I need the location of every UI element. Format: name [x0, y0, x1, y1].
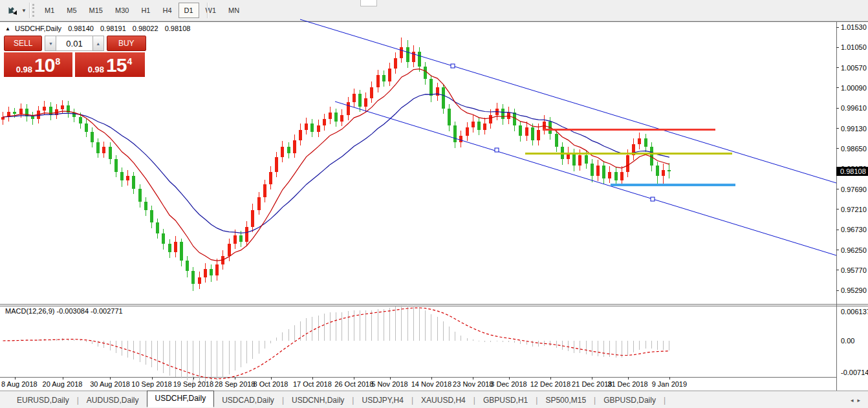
date-axis-tick [312, 377, 313, 380]
price-axis-label: 0.95770 [841, 266, 867, 274]
ohlc-close: 0.98108 [165, 25, 191, 32]
price-axis-tick [836, 250, 839, 250]
date-axis-label: 3 Dec 2018 [490, 380, 526, 388]
price-axis-label: 0.96730 [841, 226, 867, 233]
volume-increase-button[interactable]: ▲ [92, 36, 104, 51]
timeframe-button-mn[interactable]: MN [222, 3, 245, 18]
chart-tab-usdjpy-h4[interactable]: USDJPY,H4 [354, 393, 411, 407]
date-axis-tick [550, 377, 551, 380]
mt4-window: ▼ M1M5M15M30H1H4D1W1MN ▲ USDCHF,Daily 0.… [0, 0, 868, 408]
date-axis-tick [15, 377, 16, 380]
sell-price-base: 0.98 [16, 64, 32, 75]
chart-tab-eurusd-daily[interactable]: EURUSD,Daily [9, 393, 77, 407]
collapse-arrow-icon[interactable]: ▲ [5, 26, 10, 32]
scroll-right-icon[interactable]: ▸ [857, 397, 864, 403]
volume-decrease-button[interactable]: ▼ [45, 36, 56, 51]
symbol-period-label: USDCHF,Daily [15, 25, 61, 32]
buy-price-button[interactable]: 0.98 15 4 [75, 52, 145, 77]
date-axis-tick [390, 377, 391, 380]
chart-tab-gbpusd-daily[interactable]: GBPUSD,Daily [596, 393, 664, 407]
date-axis-tick [592, 377, 592, 380]
chevron-down-icon[interactable]: ▼ [21, 8, 27, 14]
price-axis-label: 0.96250 [841, 246, 867, 254]
price-axis-tick [836, 47, 839, 48]
buy-button[interactable]: BUY [107, 36, 146, 51]
macd-axis-label: 0.006137 [841, 308, 868, 316]
date-axis-tick [152, 377, 153, 380]
macd-axis-label: 0.00 [841, 337, 854, 345]
price-axis-tick [836, 87, 839, 88]
sell-price-button[interactable]: 0.98 10 8 [4, 52, 72, 77]
date-axis-label: 23 Nov 2018 [453, 380, 493, 388]
timeframe-button-h1[interactable]: H1 [135, 3, 156, 18]
volume-input[interactable]: 0.01 [56, 36, 92, 51]
price-axis-tick [836, 189, 839, 189]
date-axis-tick [354, 377, 354, 380]
toolbar-grip[interactable] [32, 4, 34, 17]
price-axis-tick [836, 270, 839, 270]
timeframe-button-d1[interactable]: D1 [179, 3, 199, 18]
scroll-left-icon[interactable]: ◂ [851, 397, 858, 403]
price-axis-label: 1.01050 [841, 43, 867, 51]
date-axis-label: 30 Aug 2018 [90, 380, 130, 388]
buy-price-base: 0.98 [88, 64, 104, 75]
toolbar-separator [207, 3, 208, 18]
price-axis-tick [836, 108, 839, 109]
chart-tab-usdchf-daily[interactable]: USDCHF,Daily [147, 391, 215, 407]
axis-separator [836, 21, 837, 391]
date-axis-label: 12 Dec 2018 [530, 380, 570, 388]
date-axis-label: 20 Aug 2018 [43, 380, 83, 388]
timeframes-icon[interactable] [5, 5, 19, 16]
chart-tabs: EURUSD,Daily|AUDUSD,DailyUSDCHF,DailyUSD… [9, 392, 666, 408]
macd-axis-label: -0.007142 [841, 369, 868, 376]
tab-scroll-arrows[interactable]: ◂▸ [851, 397, 864, 403]
toolbar-separator [29, 3, 30, 18]
window-fragment [360, 0, 377, 6]
price-axis-label: 1.00570 [841, 64, 867, 72]
date-axis-tick [193, 377, 194, 380]
date-axis-tick [473, 377, 473, 380]
timeframe-toolbar: ▼ M1M5M15M30H1H4D1W1MN [0, 0, 868, 21]
price-axis-label: 0.98650 [841, 145, 867, 153]
chart-tab-usdcad-daily[interactable]: USDCAD,Daily [214, 393, 282, 407]
price-axis-tick [836, 27, 839, 28]
chart-tab-sp500-m15[interactable]: SP500,M15 [537, 393, 594, 407]
one-click-trading-panel: SELL ▼ 0.01 ▲ BUY 0.98 10 8 0.98 15 4 [4, 36, 146, 77]
indicator-splitter[interactable] [0, 304, 868, 306]
chart-tab-audusd-daily[interactable]: AUDUSD,Daily [79, 393, 147, 407]
price-axis-tick [836, 230, 839, 230]
date-axis-label: 17 Oct 2018 [293, 380, 332, 388]
date-axis-tick [431, 377, 432, 380]
price-axis-label: 0.97210 [841, 206, 867, 213]
chart-top-border [0, 21, 868, 22]
date-axis-label: 5 Nov 2018 [371, 380, 407, 388]
timeframe-button-m30[interactable]: M30 [109, 3, 135, 18]
price-axis-tick [836, 209, 839, 209]
ohlc-open: 0.98140 [68, 25, 94, 32]
date-axis-label: 14 Nov 2018 [411, 380, 451, 388]
date-axis-tick [509, 377, 510, 380]
tab-separator: | [664, 396, 666, 405]
timeframe-buttons: M1M5M15M30H1H4D1W1MN [39, 3, 246, 18]
timeframe-button-m5[interactable]: M5 [61, 3, 82, 18]
timeframe-button-h4[interactable]: H4 [157, 3, 177, 18]
date-axis-label: 21 Dec 2018 [572, 380, 612, 388]
date-axis-label: 8 Aug 2018 [1, 380, 38, 388]
price-axis-label: 0.97690 [841, 186, 867, 193]
price-axis-tick [836, 290, 839, 291]
timeframe-button-m1[interactable]: M1 [39, 3, 60, 18]
date-axis-label: 26 Oct 2018 [334, 380, 373, 388]
chart-tab-bar: EURUSD,Daily|AUDUSD,DailyUSDCHF,DailyUSD… [0, 391, 868, 408]
sell-button[interactable]: SELL [4, 36, 42, 51]
sell-price-point: 8 [55, 57, 60, 66]
date-axis-label: 31 Dec 2018 [607, 380, 647, 388]
timeframe-button-m15[interactable]: M15 [83, 3, 109, 18]
date-axis-label: 19 Sep 2018 [173, 380, 213, 388]
date-axis-tick [110, 377, 111, 380]
current-price-tag: 0.98108 [836, 167, 868, 176]
chart-tab-xauusd-h4[interactable]: XAUUSD,H4 [413, 393, 473, 407]
chart-tab-gbpusd-h1[interactable]: GBPUSD,H1 [475, 393, 536, 407]
chart-tab-usdcnh-daily[interactable]: USDCNH,Daily [284, 393, 352, 407]
timeframe-button-w1[interactable]: W1 [200, 3, 222, 18]
date-axis-label: 9 Jan 2019 [652, 380, 687, 388]
